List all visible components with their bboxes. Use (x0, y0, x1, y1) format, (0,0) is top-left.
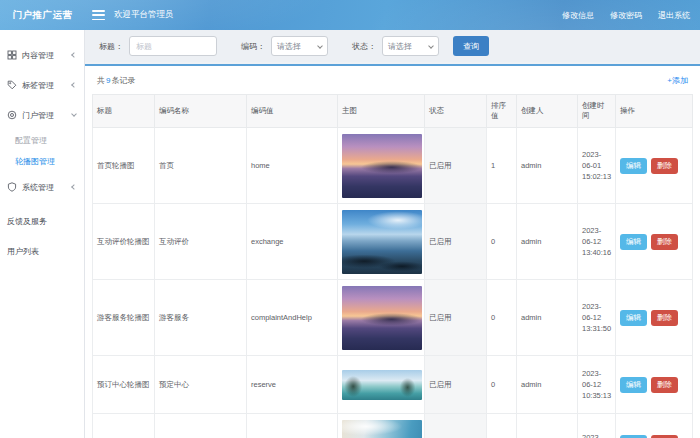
cell-sort: 0 (487, 414, 517, 438)
app-logo: 门户推广运营 (0, 9, 85, 22)
cell-actions: 编辑删除 (616, 280, 693, 356)
code-filter-select[interactable]: 请选择 (271, 36, 328, 56)
sidebar-item-label: 配置管理 (15, 135, 47, 146)
cell-title: 旅游指南轮播图 (93, 414, 155, 438)
cell-creator: admin (517, 414, 578, 438)
sidebar-item-config[interactable]: 配置管理 (0, 130, 84, 151)
delete-button[interactable]: 删除 (651, 377, 678, 393)
cell-code-name: 首页 (155, 128, 247, 204)
chevron-down-icon (71, 111, 77, 117)
cell-code-value: reserve (247, 356, 338, 414)
sidebar-item-label: 反馈及服务 (7, 216, 47, 227)
col-actions: 操作 (616, 95, 693, 128)
cell-actions: 编辑删除 (616, 128, 693, 204)
cell-title: 预订中心轮播图 (93, 356, 155, 414)
tag-icon (7, 80, 17, 90)
edit-button[interactable]: 编辑 (620, 310, 647, 326)
table-header-row: 标题 编码名称 编码值 主图 状态 排序值 创建人 创建时间 操作 (93, 95, 693, 128)
sidebar-item-label: 系统管理 (22, 182, 54, 193)
header-links: 修改信息 修改密码 退出系统 (562, 10, 700, 21)
col-creator: 创建人 (517, 95, 578, 128)
cell-created-at: 2023-06-12 (578, 414, 616, 438)
cell-actions: 编辑删除 (616, 414, 693, 438)
main-content: 标题： 编码： 请选择 状态： 请选择 查询 共9条记录 +添加 标 (85, 30, 700, 438)
sidebar-item-content[interactable]: 内容管理 (0, 40, 84, 70)
delete-button[interactable]: 删除 (651, 158, 678, 174)
edit-button[interactable]: 编辑 (620, 377, 647, 393)
sidebar-item-label: 内容管理 (22, 50, 54, 61)
carousel-table: 标题 编码名称 编码值 主图 状态 排序值 创建人 创建时间 操作 首页轮播图 … (92, 94, 693, 438)
portal-icon (7, 110, 17, 120)
cell-status: 已启用 (425, 128, 487, 204)
add-button[interactable]: +添加 (667, 75, 688, 86)
filter-bar: 标题： 编码： 请选择 状态： 请选择 查询 (85, 30, 700, 62)
thumbnail-image (342, 286, 422, 350)
sidebar: 内容管理 标签管理 门户管理 配置管理 轮播图管理 系统管理 反馈及服务 用户列… (0, 30, 85, 438)
table-row: 预订中心轮播图 预定中心 reserve 已启用 0 admin 2023-06… (93, 356, 693, 414)
delete-button[interactable]: 删除 (651, 435, 678, 438)
cell-actions: 编辑删除 (616, 204, 693, 280)
cell-created-at: 2023-06-12 13:31:50 (578, 280, 616, 356)
chevron-left-icon (71, 82, 77, 88)
chevron-left-icon (71, 184, 77, 190)
chevron-left-icon (71, 52, 77, 58)
edit-info-link[interactable]: 修改信息 (562, 10, 594, 21)
col-sort: 排序值 (487, 95, 517, 128)
menu-toggle-icon[interactable] (92, 10, 105, 20)
system-icon (7, 182, 17, 192)
total-records: 共9条记录 (97, 75, 135, 86)
cell-code-name: 互动评价 (155, 204, 247, 280)
cell-sort: 1 (487, 128, 517, 204)
thumbnail-image (342, 370, 422, 400)
sidebar-item-system[interactable]: 系统管理 (0, 172, 84, 202)
sidebar-item-portal[interactable]: 门户管理 (0, 100, 84, 130)
cell-sort: 0 (487, 280, 517, 356)
panel-header: 共9条记录 +添加 (85, 66, 700, 94)
col-main-image: 主图 (338, 95, 425, 128)
title-filter-label: 标题： (99, 41, 123, 52)
thumbnail-image (342, 420, 422, 438)
edit-button[interactable]: 编辑 (620, 435, 647, 438)
results-panel: 共9条记录 +添加 标题 编码名称 编码值 主图 状态 排序值 创建人 创建时间… (85, 64, 700, 438)
search-button[interactable]: 查询 (453, 36, 489, 56)
cell-creator: admin (517, 204, 578, 280)
sidebar-item-feedback[interactable]: 反馈及服务 (0, 206, 84, 236)
table-row: 首页轮播图 首页 home 已启用 1 admin 2023-06-01 15:… (93, 128, 693, 204)
col-title: 标题 (93, 95, 155, 128)
logout-link[interactable]: 退出系统 (658, 10, 690, 21)
cell-sort: 0 (487, 204, 517, 280)
cell-code-name: 游客服务 (155, 280, 247, 356)
cell-creator: admin (517, 280, 578, 356)
cell-code-value: exchange (247, 204, 338, 280)
table-row: 旅游指南轮播图 目的地名片 traffic 已启用 0 admin 2023-0… (93, 414, 693, 438)
cell-code-value: home (247, 128, 338, 204)
col-code-value: 编码值 (247, 95, 338, 128)
cell-code-name: 预定中心 (155, 356, 247, 414)
cell-code-value: complaintAndHelp (247, 280, 338, 356)
cell-code-name: 目的地名片 (155, 414, 247, 438)
col-code-name: 编码名称 (155, 95, 247, 128)
chevron-down-icon (428, 43, 434, 49)
cell-code-value: traffic (247, 414, 338, 438)
sidebar-item-label: 标签管理 (22, 80, 54, 91)
sidebar-item-carousel[interactable]: 轮播图管理 (0, 151, 84, 172)
cell-image (338, 128, 425, 204)
title-filter-input[interactable] (129, 36, 217, 56)
sidebar-item-label: 轮播图管理 (15, 156, 55, 167)
delete-button[interactable]: 删除 (651, 234, 678, 250)
cell-title: 互动评价轮播图 (93, 204, 155, 280)
status-filter-select[interactable]: 请选择 (382, 36, 439, 56)
change-password-link[interactable]: 修改密码 (610, 10, 642, 21)
code-select-value: 请选择 (277, 41, 301, 52)
code-filter-label: 编码： (241, 41, 265, 52)
cell-image (338, 280, 425, 356)
sidebar-item-users[interactable]: 用户列表 (0, 236, 84, 266)
sidebar-item-tags[interactable]: 标签管理 (0, 70, 84, 100)
table-row: 游客服务轮播图 游客服务 complaintAndHelp 已启用 0 admi… (93, 280, 693, 356)
cell-sort: 0 (487, 356, 517, 414)
delete-button[interactable]: 删除 (651, 310, 678, 326)
edit-button[interactable]: 编辑 (620, 234, 647, 250)
cell-status: 已启用 (425, 204, 487, 280)
edit-button[interactable]: 编辑 (620, 158, 647, 174)
sidebar-item-label: 用户列表 (7, 246, 39, 257)
